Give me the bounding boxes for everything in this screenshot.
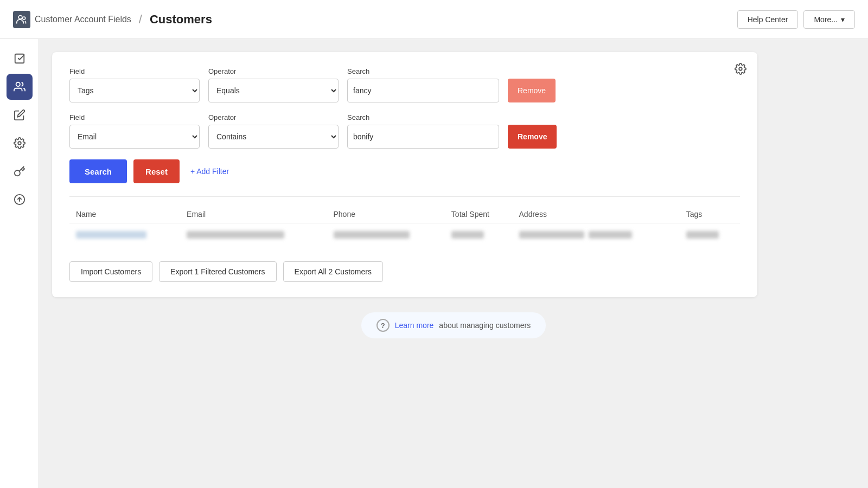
field-group-1: Field Tags bbox=[69, 67, 200, 102]
info-box: ? Learn more about managing customers bbox=[52, 312, 855, 338]
search-group-1: Search bbox=[347, 67, 499, 102]
col-tags: Tags bbox=[680, 206, 740, 223]
search-label-1: Search bbox=[347, 67, 499, 75]
operator-select-2[interactable]: Contains bbox=[208, 125, 339, 149]
cell-email bbox=[180, 223, 327, 249]
info-box-inner: ? Learn more about managing customers bbox=[361, 312, 546, 338]
filter-row-1: Field Tags Operator Equals Search Remove bbox=[69, 67, 740, 102]
remove-button-1[interactable]: Remove bbox=[508, 79, 556, 102]
breadcrumb-current: Customers bbox=[150, 12, 212, 27]
breadcrumb-separator: / bbox=[139, 12, 142, 27]
sidebar-item-checkbox[interactable] bbox=[7, 46, 33, 72]
sidebar-item-edit[interactable] bbox=[7, 102, 33, 128]
search-group-2: Search bbox=[347, 113, 499, 149]
reset-button[interactable]: Reset bbox=[133, 159, 180, 183]
sidebar-item-customers[interactable] bbox=[7, 74, 33, 100]
col-email: Email bbox=[180, 206, 327, 223]
remove-button-2[interactable]: Remove bbox=[508, 125, 557, 149]
field-group-2: Field Email bbox=[69, 113, 200, 149]
more-button[interactable]: More... ▾ bbox=[803, 10, 855, 29]
field-label-1: Field bbox=[69, 67, 200, 75]
bottom-buttons: Import Customers Export 1 Filtered Custo… bbox=[69, 261, 740, 282]
col-phone: Phone bbox=[327, 206, 445, 223]
info-icon: ? bbox=[376, 319, 390, 332]
table-row bbox=[69, 223, 740, 249]
export-filtered-button[interactable]: Export 1 Filtered Customers bbox=[159, 261, 276, 282]
info-text: about managing customers bbox=[439, 321, 531, 330]
top-header: Customer Account Fields / Customers Help… bbox=[0, 0, 868, 39]
card-settings-icon[interactable] bbox=[735, 63, 746, 78]
cell-name bbox=[69, 223, 180, 249]
main-layout: Field Tags Operator Equals Search Remove bbox=[0, 39, 868, 488]
operator-group-1: Operator Equals bbox=[208, 67, 339, 102]
field-label-2: Field bbox=[69, 113, 200, 121]
search-input-2[interactable] bbox=[347, 125, 499, 149]
search-input-1[interactable] bbox=[347, 79, 499, 102]
svg-point-3 bbox=[16, 82, 20, 86]
svg-point-0 bbox=[18, 15, 22, 19]
col-name: Name bbox=[69, 206, 180, 223]
breadcrumb: Customer Account Fields / Customers bbox=[13, 11, 212, 28]
content-area: Field Tags Operator Equals Search Remove bbox=[39, 39, 868, 488]
operator-label-2: Operator bbox=[208, 113, 339, 121]
info-link[interactable]: Learn more bbox=[395, 321, 434, 330]
customers-table: Name Email Phone Total Spent Address Tag… bbox=[69, 206, 740, 248]
help-center-button[interactable]: Help Center bbox=[737, 10, 799, 29]
cell-address bbox=[513, 223, 680, 249]
breadcrumb-parent: Customer Account Fields bbox=[35, 15, 131, 24]
svg-point-7 bbox=[739, 67, 742, 70]
svg-point-4 bbox=[18, 142, 21, 145]
cell-total-spent bbox=[445, 223, 513, 249]
svg-point-1 bbox=[23, 17, 25, 20]
field-select-1[interactable]: Tags bbox=[69, 79, 200, 102]
export-all-button[interactable]: Export All 2 Customers bbox=[283, 261, 383, 282]
operator-label-1: Operator bbox=[208, 67, 339, 75]
col-total-spent: Total Spent bbox=[445, 206, 513, 223]
app-icon bbox=[13, 11, 30, 28]
svg-rect-2 bbox=[15, 54, 24, 63]
main-card: Field Tags Operator Equals Search Remove bbox=[52, 52, 757, 297]
search-button[interactable]: Search bbox=[69, 159, 127, 183]
table-divider bbox=[69, 196, 740, 197]
sidebar-item-upload[interactable] bbox=[7, 187, 33, 213]
field-select-2[interactable]: Email bbox=[69, 125, 200, 149]
cell-tags bbox=[680, 223, 740, 249]
sidebar-item-key[interactable] bbox=[7, 158, 33, 184]
sidebar-item-settings[interactable] bbox=[7, 130, 33, 156]
header-actions: Help Center More... ▾ bbox=[737, 10, 855, 29]
operator-group-2: Operator Contains bbox=[208, 113, 339, 149]
col-address: Address bbox=[513, 206, 680, 223]
cell-phone bbox=[327, 223, 445, 249]
search-label-2: Search bbox=[347, 113, 499, 121]
operator-select-1[interactable]: Equals bbox=[208, 79, 339, 102]
table-header-row: Name Email Phone Total Spent Address Tag… bbox=[69, 206, 740, 223]
action-buttons: Search Reset + Add Filter bbox=[69, 159, 740, 183]
import-customers-button[interactable]: Import Customers bbox=[69, 261, 152, 282]
sidebar bbox=[0, 39, 39, 488]
filter-row-2: Field Email Operator Contains Search Rem… bbox=[69, 113, 740, 149]
add-filter-button[interactable]: + Add Filter bbox=[186, 167, 233, 176]
